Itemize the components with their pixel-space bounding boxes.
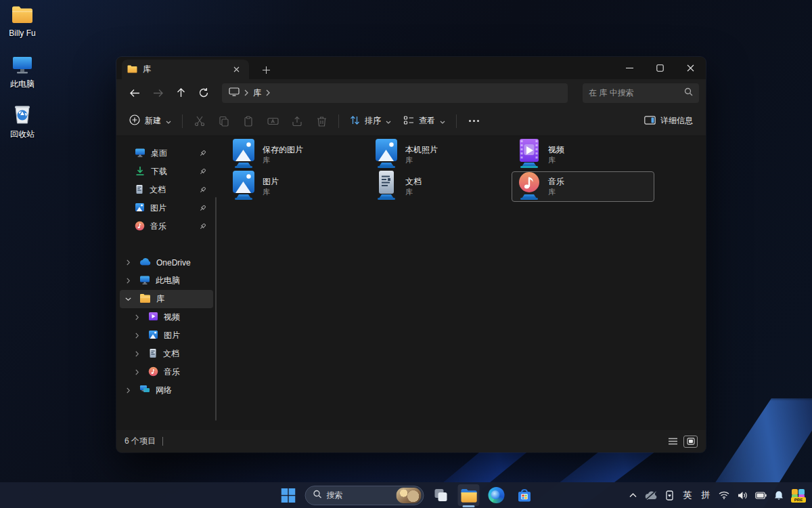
music-icon (148, 366, 158, 379)
tray-overflow-chevron[interactable] (625, 485, 641, 505)
details-view-button[interactable] (666, 436, 680, 448)
sidebar-item-pictures[interactable]: 图片 (120, 199, 213, 217)
chevron-right-icon[interactable] (122, 387, 134, 394)
battery-icon[interactable] (752, 485, 769, 505)
delete-button[interactable] (309, 110, 334, 132)
chevron-down-icon[interactable] (122, 297, 134, 301)
details-pane-button[interactable]: 详细信息 (638, 110, 699, 132)
plus-circle-icon (129, 114, 140, 127)
notification-bell-icon[interactable] (771, 485, 787, 505)
copy-button[interactable] (212, 110, 236, 132)
task-view-button[interactable] (430, 484, 452, 506)
view-button[interactable]: 查看 (397, 110, 451, 132)
sidebar-item-label: 下载 (151, 166, 167, 177)
taskbar-search-input[interactable]: 搜索 (305, 486, 424, 505)
store-taskbar-button[interactable] (514, 484, 535, 506)
search-input[interactable]: 在 库 中搜索 (583, 83, 699, 103)
chevron-right-icon[interactable] (266, 87, 270, 99)
chevron-right-icon[interactable] (131, 351, 143, 357)
breadcrumb-item[interactable]: 库 (253, 87, 261, 99)
back-button[interactable] (123, 83, 146, 103)
library-item-music[interactable]: 音乐库 (512, 171, 654, 202)
sidebar-item-libraries[interactable]: 库 (120, 290, 213, 308)
edge-taskbar-button[interactable] (486, 484, 508, 506)
phone-link-icon[interactable] (661, 485, 677, 505)
chevron-right-icon[interactable] (122, 278, 134, 284)
desktop-icon-this-pc[interactable]: 此电脑 (0, 56, 45, 90)
library-item-saved-pictures[interactable]: 保存的图片库 (226, 140, 369, 170)
sidebar-item-label: 图片 (164, 330, 180, 341)
chevron-down-icon (166, 117, 171, 126)
wifi-icon[interactable] (716, 485, 732, 505)
onedrive-paused-icon[interactable] (643, 485, 659, 505)
sidebar-item-label: 文档 (150, 184, 166, 196)
sort-button[interactable]: 排序 (344, 110, 397, 132)
volume-icon[interactable] (734, 485, 750, 505)
tab-library[interactable]: 库 (122, 60, 249, 79)
close-button[interactable] (675, 57, 706, 79)
file-explorer-icon (460, 488, 477, 503)
paste-button[interactable] (236, 110, 261, 132)
large-icons-view-button[interactable] (683, 436, 698, 448)
this-pc-icon (12, 65, 33, 77)
pictures-library-icon (373, 139, 400, 171)
share-button[interactable] (285, 110, 309, 132)
refresh-button[interactable] (192, 83, 215, 103)
sidebar-item-downloads[interactable]: 下载 (120, 163, 213, 181)
ime-language-indicator[interactable]: 英 (679, 485, 696, 505)
address-bar: 库 在 库 中搜索 (116, 79, 706, 106)
library-item-camera-roll[interactable]: 本机照片库 (369, 140, 512, 170)
sidebar-item-this-pc[interactable]: 此电脑 (120, 272, 213, 290)
library-item-documents[interactable]: 文档库 (369, 171, 512, 202)
status-bar: 6 个项目 (116, 430, 706, 452)
edge-icon (489, 487, 505, 503)
insider-preview-badge[interactable]: PRE (789, 485, 808, 505)
sidebar-scrollbar[interactable] (215, 197, 217, 421)
file-explorer-taskbar-button[interactable] (458, 484, 480, 506)
toolbar-divider (182, 114, 183, 128)
sidebar-item-documents[interactable]: 文档 (120, 181, 213, 199)
music-library-icon (516, 171, 543, 203)
sidebar-item-documents-lib[interactable]: 文档 (120, 345, 213, 363)
sidebar-item-onedrive[interactable]: OneDrive (120, 253, 213, 272)
breadcrumb[interactable]: 库 (222, 83, 568, 103)
desktop-icon-recycle-bin[interactable]: 回收站 (0, 104, 45, 140)
tab-strip: 库 (116, 57, 706, 79)
chevron-right-icon[interactable] (131, 314, 143, 320)
desktop-icon-user-folder[interactable]: Billy Fu (0, 5, 45, 38)
network-icon (139, 385, 150, 396)
ime-mode-indicator[interactable]: 拼 (698, 485, 714, 505)
chevron-right-icon[interactable] (122, 259, 134, 266)
more-options-button[interactable] (461, 110, 486, 132)
maximize-button[interactable] (645, 57, 675, 79)
library-item-pictures[interactable]: 图片库 (226, 171, 369, 202)
library-item-videos[interactable]: 视频库 (512, 140, 654, 170)
desktop-icon (135, 148, 145, 160)
cut-button[interactable] (187, 110, 212, 132)
tab-close-icon[interactable] (229, 62, 244, 77)
new-tab-button[interactable] (258, 62, 273, 77)
new-button[interactable]: 新建 (123, 110, 177, 132)
sidebar-item-videos[interactable]: 视频 (120, 308, 213, 326)
chevron-right-icon[interactable] (131, 333, 143, 339)
sidebar-item-desktop[interactable]: 桌面 (120, 144, 213, 163)
toolbar-divider (338, 114, 339, 128)
up-button[interactable] (169, 83, 192, 103)
sidebar-item-music[interactable]: 音乐 (120, 217, 213, 236)
sidebar-item-label: 库 (156, 293, 164, 305)
new-button-label: 新建 (145, 115, 161, 127)
start-button[interactable] (277, 484, 299, 506)
pictures-library-icon (230, 139, 257, 171)
documents-icon (135, 184, 144, 196)
minimize-button[interactable] (614, 57, 645, 79)
recycle-bin-icon (13, 115, 32, 127)
windows-logo-icon (281, 488, 295, 503)
forward-button[interactable] (146, 83, 169, 103)
monitor-icon[interactable] (229, 87, 240, 99)
taskbar: 搜索 英 拼 (0, 482, 812, 508)
rename-button[interactable] (261, 110, 285, 132)
sidebar-item-pictures-lib[interactable]: 图片 (120, 326, 213, 345)
sidebar-item-network[interactable]: 网络 (120, 381, 213, 400)
sidebar-item-music-lib[interactable]: 音乐 (120, 363, 213, 381)
chevron-right-icon[interactable] (131, 369, 143, 375)
